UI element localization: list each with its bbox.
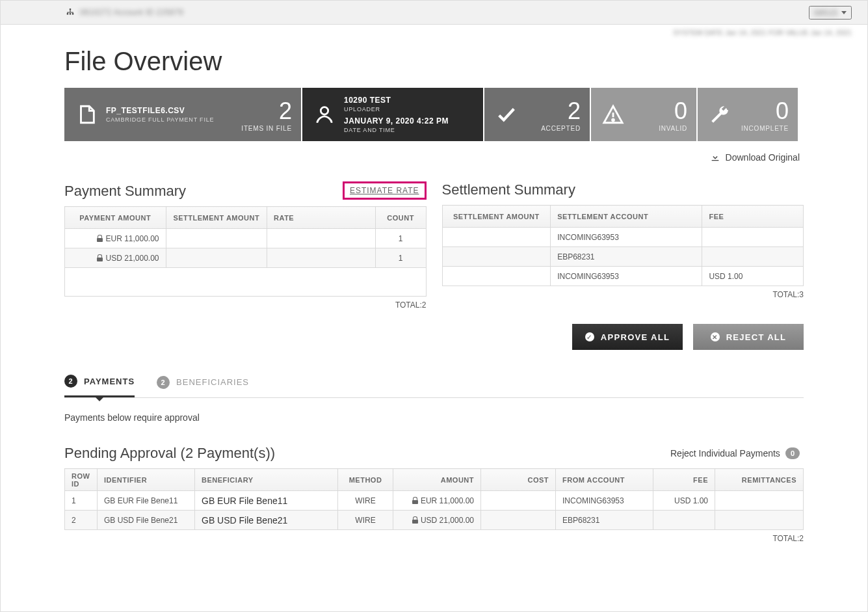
table-row: EBP68231	[442, 247, 804, 267]
bulk-actions: ✓ APPROVE ALL ✕ REJECT ALL	[64, 324, 804, 350]
invalid-label: INVALID	[659, 125, 687, 132]
svg-rect-2	[70, 13, 71, 14]
topbar: 0610272 Account ID 225879 08515	[1, 1, 867, 25]
card-file: FP_TESTFILE6.CSV CAMBRIDGE FULL PAYMENT …	[64, 88, 301, 141]
th-method: METHOD	[338, 469, 393, 491]
tab-beneficiaries[interactable]: 2 BENEFICIARIES	[157, 369, 249, 397]
svg-point-5	[612, 119, 614, 121]
settlement-summary-table: SETTLEMENT AMOUNT SETTLEMENT ACCOUNT FEE…	[442, 205, 804, 286]
approve-all-button[interactable]: ✓ APPROVE ALL	[572, 324, 683, 350]
card-invalid: 0 INVALID	[591, 88, 696, 141]
settlement-summary-title: Settlement Summary	[442, 181, 575, 198]
lock-icon	[97, 254, 103, 261]
lock-icon	[97, 235, 103, 242]
th-fee: FEE	[653, 469, 715, 491]
chevron-down-icon	[841, 11, 847, 14]
table-row: USD 21,000.00 1	[65, 248, 427, 268]
th-beneficiary: BENEFICIARY	[195, 469, 338, 491]
th-rowid: ROW ID	[65, 469, 98, 491]
tab-payments-label: PAYMENTS	[84, 377, 135, 386]
th-payment-amount: PAYMENT AMOUNT	[65, 207, 166, 229]
account-info: 0610272 Account ID 225879	[66, 8, 183, 17]
reject-count-pill: 0	[785, 447, 800, 459]
items-count: 2	[279, 98, 292, 125]
payment-summary-total: TOTAL:2	[64, 300, 427, 310]
table-row[interactable]: 2 GB USD File Bene21 GB USD File Bene21 …	[65, 511, 804, 530]
file-icon	[73, 103, 99, 126]
estimate-rate-button[interactable]: ESTIMATE RATE	[343, 181, 427, 200]
system-date-text: SYSTEM DATE Jan 14, 2021 FOR VALUE Jan 1…	[673, 29, 852, 36]
pending-total: TOTAL:2	[64, 534, 804, 543]
incomplete-count: 0	[776, 98, 789, 125]
payment-summary-section: Payment Summary ESTIMATE RATE PAYMENT AM…	[64, 181, 427, 310]
org-icon	[66, 8, 75, 17]
page-title: File Overview	[64, 47, 804, 76]
card-incomplete: 0 INCOMPLETE	[698, 88, 798, 141]
th-settle-amount: SETTLEMENT AMOUNT	[442, 206, 551, 228]
accepted-label: ACCEPTED	[541, 125, 581, 132]
svg-rect-0	[70, 8, 71, 10]
download-label: Download Original	[726, 152, 800, 163]
tab-payments-count: 2	[64, 375, 77, 388]
uploader-name: 10290 TEST	[344, 96, 474, 105]
account-text: 0610272 Account ID 225879	[80, 8, 183, 17]
th-amount: AMOUNT	[393, 469, 481, 491]
payment-summary-table: PAYMENT AMOUNT SETTLEMENT AMOUNT RATE CO…	[64, 206, 427, 297]
reject-individual-link[interactable]: Reject Individual Payments 0	[666, 447, 804, 460]
user-icon	[311, 103, 337, 126]
wrench-icon	[707, 103, 733, 126]
th-cost: COST	[481, 469, 556, 491]
items-label: ITEMS IN FILE	[241, 125, 292, 132]
check-circle-icon: ✓	[585, 332, 594, 341]
payment-summary-title: Payment Summary	[64, 183, 186, 200]
accepted-count: 2	[568, 98, 581, 125]
upload-datetime: JANUARY 9, 2020 4:22 PM	[344, 116, 474, 126]
lock-icon	[412, 497, 418, 504]
approval-note: Payments below require approval	[64, 412, 804, 423]
file-name: FP_TESTFILE6.CSV	[106, 106, 241, 115]
tabs: 2 PAYMENTS 2 BENEFICIARIES	[64, 368, 804, 398]
incomplete-label: INCOMPLETE	[741, 125, 789, 132]
svg-rect-1	[67, 13, 68, 14]
warning-icon	[600, 103, 626, 126]
svg-rect-3	[72, 13, 73, 14]
download-original-link[interactable]: Download Original	[706, 152, 804, 163]
th-identifier: IDENTIFIER	[98, 469, 195, 491]
th-rate: RATE	[267, 207, 376, 229]
th-fee: FEE	[702, 206, 804, 228]
th-remittances: REMITTANCES	[715, 469, 804, 491]
file-subtitle: CAMBRIDGE FULL PAYMENT FILE	[106, 116, 241, 123]
svg-point-4	[321, 107, 328, 114]
th-settlement-amount: SETTLEMENT AMOUNT	[166, 207, 267, 229]
settlement-summary-section: Settlement Summary SETTLEMENT AMOUNT SET…	[442, 181, 804, 299]
card-accepted: 2 ACCEPTED	[484, 88, 590, 141]
user-menu[interactable]: 08515	[809, 6, 852, 20]
th-settle-account: SETTLEMENT ACCOUNT	[551, 206, 702, 228]
reject-all-button[interactable]: ✕ REJECT ALL	[693, 324, 804, 350]
pending-title: Pending Approval (2 Payment(s))	[64, 445, 275, 462]
th-fromaccount: FROM ACCOUNT	[556, 469, 653, 491]
upload-datetime-label: DATE AND TIME	[344, 127, 474, 133]
tab-payments[interactable]: 2 PAYMENTS	[64, 368, 135, 397]
tab-beneficiaries-count: 2	[157, 376, 170, 389]
x-circle-icon: ✕	[711, 332, 720, 341]
table-row: EUR 11,000.00 1	[65, 229, 427, 248]
lock-icon	[412, 516, 418, 524]
tab-beneficiaries-label: BENEFICIARIES	[176, 377, 249, 387]
check-icon	[493, 103, 519, 126]
user-label: 08515	[814, 8, 837, 18]
uploader-role: UPLOADER	[344, 106, 474, 113]
th-count: COUNT	[375, 207, 426, 229]
settlement-summary-total: TOTAL:3	[442, 290, 804, 299]
download-icon	[710, 152, 720, 163]
overview-strip: FP_TESTFILE6.CSV CAMBRIDGE FULL PAYMENT …	[64, 88, 804, 141]
card-uploader: 10290 TEST UPLOADER JANUARY 9, 2020 4:22…	[302, 88, 483, 141]
table-row[interactable]: 1 GB EUR File Bene11 GB EUR File Bene11 …	[65, 491, 804, 511]
invalid-count: 0	[674, 98, 687, 125]
table-row: INCOMING63953	[442, 228, 804, 247]
pending-table: ROW ID IDENTIFIER BENEFICIARY METHOD AMO…	[64, 468, 804, 530]
system-date-line: SYSTEM DATE Jan 14, 2021 FOR VALUE Jan 1…	[1, 25, 867, 36]
table-row: INCOMING63953 USD 1.00	[442, 267, 804, 286]
